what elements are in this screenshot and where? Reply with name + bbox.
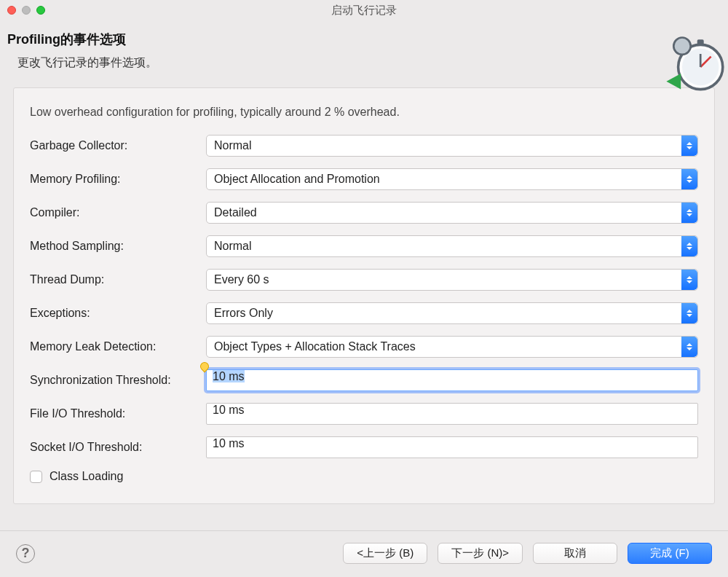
setting-select-value: Detailed (214, 206, 257, 219)
cancel-button-label: 取消 (564, 546, 586, 560)
chevron-up-down-icon (681, 136, 697, 156)
setting-label: File I/O Threshold: (30, 407, 206, 420)
setting-label: Memory Leak Detection: (30, 340, 206, 353)
help-icon: ? (22, 546, 30, 561)
setting-text-input[interactable]: 10 ms (206, 436, 698, 458)
setting-select-value: Errors Only (214, 307, 273, 320)
setting-row: Garbage Collector:Normal (30, 135, 698, 157)
setting-select-value: Normal (214, 240, 252, 253)
setting-select[interactable]: Detailed (206, 202, 698, 224)
setting-text-input[interactable]: 10 ms (206, 369, 698, 391)
setting-text-input[interactable]: 10 ms (206, 403, 698, 425)
setting-label: Exceptions: (30, 307, 206, 320)
chevron-up-down-icon (681, 203, 697, 223)
svg-rect-4 (697, 39, 704, 44)
back-button-label: <上一步 (B) (357, 546, 414, 560)
setting-select-value: Every 60 s (214, 273, 269, 286)
chevron-up-down-icon (681, 337, 697, 357)
setting-select-value: Normal (214, 139, 252, 152)
settings-panel: Low overhead configuration for profiling… (13, 87, 715, 504)
class-loading-checkbox[interactable] (30, 471, 42, 483)
setting-row: Compiler:Detailed (30, 202, 698, 224)
next-button-label: 下一步 (N)> (451, 546, 509, 560)
setting-row: Exceptions:Errors Only (30, 302, 698, 324)
chevron-up-down-icon (681, 303, 697, 323)
chevron-up-down-icon (681, 270, 697, 290)
setting-row: Thread Dump:Every 60 s (30, 269, 698, 291)
finish-button[interactable]: 完成 (F) (628, 543, 712, 564)
setting-select[interactable]: Object Types + Allocation Stack Traces (206, 336, 698, 358)
setting-select[interactable]: Normal (206, 235, 698, 257)
setting-label: Synchronization Threshold: (30, 374, 206, 387)
setting-row: Socket I/O Threshold:10 ms (30, 436, 698, 458)
footer: ? <上一步 (B) 下一步 (N)> 取消 完成 (F) (0, 530, 728, 577)
banner: Profiling的事件选项 更改飞行记录的事件选项。 (0, 20, 728, 87)
setting-row: File I/O Threshold:10 ms (30, 403, 698, 425)
panel-description: Low overhead configuration for profiling… (30, 106, 698, 119)
setting-label: Garbage Collector: (30, 139, 206, 152)
setting-row: Method Sampling:Normal (30, 235, 698, 257)
setting-select[interactable]: Object Allocation and Promotion (206, 168, 698, 190)
next-button[interactable]: 下一步 (N)> (438, 543, 523, 564)
chevron-up-down-icon (681, 169, 697, 189)
setting-select[interactable]: Errors Only (206, 302, 698, 324)
setting-row: Memory Profiling:Object Allocation and P… (30, 168, 698, 190)
setting-select-value: Object Allocation and Promotion (214, 173, 380, 186)
page-subtitle: 更改飞行记录的事件选项。 (7, 55, 713, 71)
chevron-up-down-icon (681, 236, 697, 256)
setting-select[interactable]: Normal (206, 135, 698, 157)
svg-point-5 (673, 38, 690, 55)
setting-select[interactable]: Every 60 s (206, 269, 698, 291)
setting-label: Socket I/O Threshold: (30, 441, 206, 454)
titlebar: 启动飞行记录 (0, 0, 728, 20)
setting-row: Synchronization Threshold:10 ms (30, 369, 698, 391)
help-button[interactable]: ? (16, 544, 35, 563)
svg-marker-6 (666, 74, 681, 90)
setting-row: Memory Leak Detection:Object Types + All… (30, 336, 698, 358)
class-loading-label: Class Loading (50, 470, 123, 483)
setting-label: Thread Dump: (30, 273, 206, 286)
setting-label: Compiler: (30, 206, 206, 219)
setting-select-value: Object Types + Allocation Stack Traces (214, 340, 416, 353)
window-title: 启动飞行记录 (0, 4, 728, 17)
page-title: Profiling的事件选项 (7, 31, 713, 48)
setting-label: Method Sampling: (30, 240, 206, 253)
back-button[interactable]: <上一步 (B) (343, 543, 427, 564)
cancel-button[interactable]: 取消 (533, 543, 617, 564)
finish-button-label: 完成 (F) (650, 546, 689, 560)
stopwatch-icon (662, 28, 728, 93)
setting-label: Memory Profiling: (30, 173, 206, 186)
